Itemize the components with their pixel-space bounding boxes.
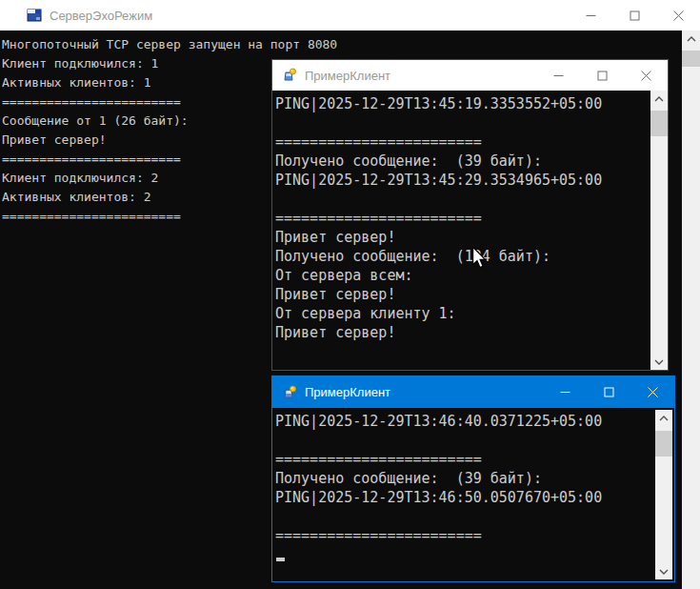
maximize-button[interactable]	[580, 60, 624, 91]
client1-titlebar[interactable]: ПримерКлиент	[272, 60, 668, 91]
client2-titlebar[interactable]: ПримерКлиент	[272, 376, 674, 408]
client-window-1: ПримерКлиент PING|2025-12-29T13:45:19.33…	[271, 59, 669, 371]
client-window-2: ПримерКлиент PING|2025-12-29T13:46:40.03…	[271, 376, 675, 582]
desktop: СерверЭхоРежим Многопоточный TCP сервер …	[0, 0, 700, 589]
console-line: ========================	[275, 132, 665, 152]
console-line: PING|2025-12-29T13:45:19.3353552+05:00	[275, 94, 665, 113]
scroll-up-icon[interactable]	[650, 91, 668, 107]
client1-scrollbar-track[interactable]	[650, 107, 668, 354]
server-titlebar[interactable]: СерверЭхоРежим	[0, 0, 700, 30]
minimize-button[interactable]	[536, 60, 580, 91]
console-line: ========================	[275, 526, 671, 545]
maximize-button[interactable]	[612, 0, 656, 30]
minimize-button[interactable]	[569, 0, 612, 30]
console-line: Получено сообщение: (39 байт):	[275, 469, 671, 488]
console-line	[275, 507, 671, 526]
server-scrollbar[interactable]	[682, 30, 700, 589]
console-text-cursor	[276, 558, 285, 561]
scroll-down-icon[interactable]	[655, 563, 672, 579]
console-line: Привет сервер!	[275, 285, 665, 304]
server-window-title: СерверЭхоРежим	[50, 9, 569, 23]
console-line: Получено сообщение: (124 байт):	[275, 247, 665, 266]
client1-window-title: ПримерКлиент	[305, 69, 536, 83]
close-button[interactable]	[624, 60, 668, 91]
server-window-controls	[569, 0, 700, 30]
console-line	[275, 431, 671, 450]
console-line: PING|2025-12-29T13:46:40.0371225+05:00	[275, 412, 671, 431]
console-line	[275, 113, 665, 132]
client2-console-output[interactable]: PING|2025-12-29T13:46:40.0371225+05:00==…	[272, 408, 674, 581]
console-line	[275, 545, 671, 564]
client1-window-controls	[536, 60, 668, 91]
client2-scrollbar-track[interactable]	[655, 426, 672, 563]
scroll-up-icon[interactable]	[682, 30, 700, 47]
console-line: PING|2025-12-29T13:45:29.3534965+05:00	[275, 171, 665, 190]
console-line: Многопоточный TCP сервер запущен на порт…	[2, 35, 680, 54]
console-line: ========================	[275, 450, 671, 469]
console-window-icon	[27, 8, 42, 23]
client2-scrollbar-thumb[interactable]	[655, 431, 672, 457]
console-line: Привет сервер!	[275, 323, 665, 342]
minimize-button[interactable]	[543, 376, 587, 408]
console-line: Получено сообщение: (39 байт):	[275, 152, 665, 171]
client-app-icon	[282, 385, 297, 400]
maximize-button[interactable]	[587, 376, 630, 408]
client1-console-text: PING|2025-12-29T13:45:19.3353552+05:00==…	[272, 91, 668, 346]
scroll-down-icon[interactable]	[650, 354, 668, 370]
server-scrollbar-thumb[interactable]	[682, 51, 700, 67]
client1-console-output[interactable]: PING|2025-12-29T13:45:19.3353552+05:00==…	[272, 91, 668, 370]
client-app-icon	[282, 68, 297, 83]
console-line	[275, 190, 665, 209]
client1-scrollbar[interactable]	[650, 91, 668, 370]
client2-console-text: PING|2025-12-29T13:46:40.0371225+05:00==…	[272, 408, 674, 568]
client2-window-controls	[543, 376, 674, 408]
console-line: От сервера всем:	[275, 266, 665, 285]
scroll-up-icon[interactable]	[655, 410, 672, 426]
close-button[interactable]	[630, 376, 674, 408]
close-button[interactable]	[656, 0, 700, 30]
console-line: Привет сервер!	[275, 228, 665, 247]
console-line: ========================	[275, 209, 665, 228]
console-line: От сервера клиенту 1:	[275, 304, 665, 323]
client1-scrollbar-thumb[interactable]	[650, 111, 668, 136]
client2-scrollbar[interactable]	[655, 410, 672, 579]
console-line: PING|2025-12-29T13:46:50.0507670+05:00	[275, 488, 671, 507]
client2-window-title: ПримерКлиент	[305, 385, 543, 399]
server-scrollbar-track[interactable]	[682, 47, 700, 589]
